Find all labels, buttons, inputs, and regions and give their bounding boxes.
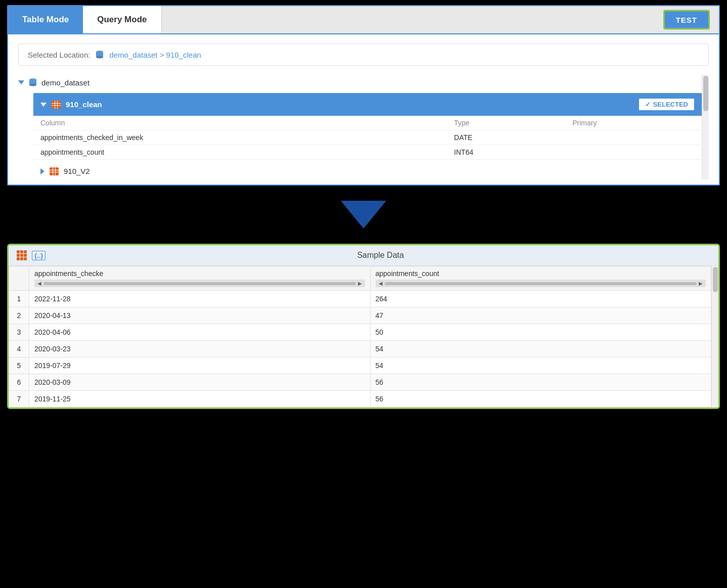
table-910-clean[interactable]: 910_clean ✓ SELECTED Column Type Prim	[33, 93, 702, 160]
table-name-v2: 910_V2	[64, 167, 90, 175]
bottom-section: {..} Sample Data appointments_checke ◀ ▶	[7, 244, 720, 409]
sample-table-row: 52019-07-2954	[9, 357, 711, 374]
row-col1: 2019-07-29	[29, 357, 371, 374]
checkmark-icon: ✓	[645, 101, 651, 108]
col-primary-1	[565, 130, 702, 145]
down-arrow-icon	[341, 201, 386, 229]
col-type-2: INT64	[447, 145, 565, 160]
th-col1: appointments_checke ◀ ▶	[29, 266, 371, 291]
json-icon[interactable]: {..}	[32, 251, 46, 260]
row-col2: 54	[370, 357, 711, 374]
col1-scroll-bar	[43, 282, 356, 285]
row-num: 1	[9, 291, 29, 307]
grid-cell	[24, 257, 27, 260]
dataset-name: demo_dataset	[41, 78, 89, 87]
table-row: appointments_count INT64	[33, 145, 702, 160]
tree-scroll-thumb	[703, 76, 708, 111]
table-icon-selected	[52, 101, 61, 109]
selected-location-row: Selected Location: demo_dataset > 910_cl…	[18, 43, 709, 66]
col1-scroller[interactable]: ◀ ▶	[34, 280, 365, 287]
col-scroll-left-icon[interactable]: ◀	[37, 281, 41, 286]
row-col1: 2020-04-06	[29, 324, 371, 341]
col-type-1: DATE	[447, 130, 565, 145]
tree-scrollbar[interactable]	[702, 75, 709, 179]
row-col1: 2019-11-25	[29, 391, 371, 408]
sample-table: appointments_checke ◀ ▶ appointments_cou…	[9, 266, 711, 408]
dataset-db-icon	[28, 78, 37, 87]
row-num: 3	[9, 324, 29, 341]
row-col1: 2020-04-13	[29, 307, 371, 324]
table-v2-expand-arrow	[40, 168, 44, 174]
grid-cell	[20, 250, 23, 253]
tab-query-mode[interactable]: Query Mode	[83, 6, 161, 33]
grid-icon	[17, 250, 27, 260]
separator-section	[0, 186, 727, 244]
columns-table: Column Type Primary appointments_checked…	[33, 116, 702, 160]
bottom-scroll-thumb	[713, 267, 718, 292]
col-primary-2	[565, 145, 702, 160]
grid-cell	[24, 254, 27, 257]
col-scroll-right-icon[interactable]: ▶	[358, 281, 362, 286]
row-col1: 2020-03-09	[29, 374, 371, 391]
col2-scroll-left-icon[interactable]: ◀	[379, 281, 383, 286]
th-row-num	[9, 266, 29, 291]
table-item-header: 910_clean ✓ SELECTED	[33, 93, 702, 116]
row-num: 2	[9, 307, 29, 324]
row-col1: 2020-03-23	[29, 341, 371, 357]
col2-scroll-right-icon[interactable]: ▶	[699, 281, 703, 286]
top-panel: Table Mode Query Mode TEST Selected Loca…	[7, 5, 720, 186]
sample-table-row: 22020-04-1347	[9, 307, 711, 324]
svg-point-2	[96, 56, 103, 59]
th-col2: appointments_count ◀ ▶	[370, 266, 711, 291]
svg-point-6	[29, 84, 36, 86]
row-col2: 47	[370, 307, 711, 324]
sample-data-wrapper: appointments_checke ◀ ▶ appointments_cou…	[9, 266, 718, 408]
tab-table-mode[interactable]: Table Mode	[8, 6, 83, 33]
test-button[interactable]: TEST	[663, 10, 710, 30]
row-col2: 56	[370, 391, 711, 408]
grid-cell	[24, 250, 27, 253]
sample-table-row: 62020-03-0956	[9, 374, 711, 391]
col-name-2: appointments_count	[33, 145, 447, 160]
grid-cell	[17, 257, 20, 260]
row-num: 4	[9, 341, 29, 357]
location-path: demo_dataset > 910_clean	[109, 51, 201, 59]
grid-cell	[17, 254, 20, 257]
table-icon-v2	[50, 167, 59, 175]
col2-label: appointments_count	[376, 269, 706, 278]
dataset-expand-arrow	[18, 80, 24, 84]
sample-data-header: {..} Sample Data	[9, 245, 718, 266]
table-expand-arrow	[40, 103, 47, 107]
row-num: 5	[9, 357, 29, 374]
col-header-type: Type	[447, 116, 565, 130]
sample-table-scroll[interactable]: appointments_checke ◀ ▶ appointments_cou…	[9, 266, 718, 408]
col-header-column: Column	[33, 116, 447, 130]
grid-cell	[20, 254, 23, 257]
svg-point-7	[29, 81, 36, 84]
dataset-header[interactable]: demo_dataset	[18, 75, 702, 90]
bottom-scrollbar[interactable]	[711, 266, 718, 408]
row-col2: 56	[370, 374, 711, 391]
table-row: appointments_checked_in_week DATE	[33, 130, 702, 145]
row-num: 7	[9, 391, 29, 408]
row-col2: 54	[370, 341, 711, 357]
row-col1: 2022-11-28	[29, 291, 371, 307]
sample-data-title: Sample Data	[51, 251, 710, 260]
table-910-v2[interactable]: 910_V2	[33, 163, 702, 179]
grid-cell	[20, 257, 23, 260]
row-col2: 50	[370, 324, 711, 341]
tree-container: demo_dataset 910_clean ✓ SELECTED	[18, 75, 709, 179]
col2-scroll-bar	[385, 282, 697, 285]
grid-cell	[17, 250, 20, 253]
database-icon	[95, 50, 104, 59]
sample-table-row: 12022-11-28264	[9, 291, 711, 307]
sample-table-row: 72019-11-2556	[9, 391, 711, 408]
col-header-primary: Primary	[565, 116, 702, 130]
table-selected-container: 910_clean ✓ SELECTED Column Type Prim	[33, 93, 702, 179]
col2-scroller[interactable]: ◀ ▶	[376, 280, 706, 287]
row-num: 6	[9, 374, 29, 391]
sample-table-row: 42020-03-2354	[9, 341, 711, 357]
selected-badge: ✓ SELECTED	[639, 98, 695, 111]
selected-badge-label: SELECTED	[653, 101, 688, 108]
selected-location-label: Selected Location:	[28, 51, 90, 59]
